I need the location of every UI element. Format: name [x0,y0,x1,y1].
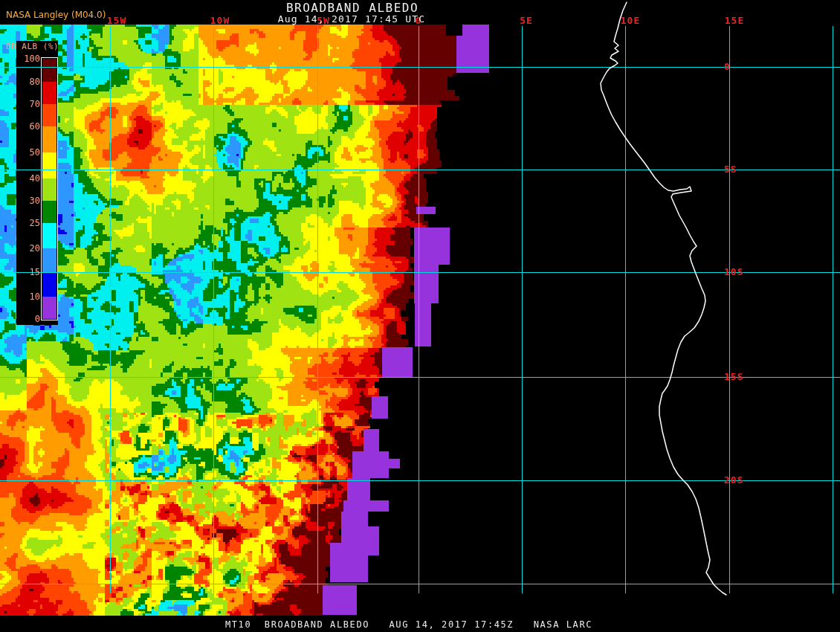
latitude-label: 5S [724,164,737,175]
longitude-label: 10W [210,15,230,26]
legend-tick: 30 [16,196,40,206]
legend-tick: 40 [16,173,40,184]
albedo-field-canvas [0,0,840,632]
longitude-label: 10E [621,15,640,26]
latitude-label: 10S [724,266,743,277]
legend-tick: 15 [16,267,40,277]
legend-title: BB ALB (%) [6,42,59,51]
legend-tick: 50 [16,147,40,158]
legend-tick: 25 [16,218,40,228]
legend-tick: 70 [16,99,40,109]
latitude-label: 20S [724,474,743,486]
legend-tick: 20 [16,243,40,254]
footer-caption: MT10 BROADBAND ALBEDO AUG 14, 2017 17:45… [225,619,592,630]
nasa-langley-credit: NASA Langley (M04.0) [6,10,106,20]
legend-tick: 10 [16,291,40,302]
latitude-label: 15S [724,371,743,382]
longitude-label: 5E [520,15,533,26]
legend-tick: 0 [16,314,40,324]
legend-tick: 80 [16,77,40,87]
legend-tick: 100 [16,54,40,64]
albedo-map-screen: BROADBAND ALBEDO Aug 14, 2017 17:45 UTC … [0,0,840,632]
longitude-label: 15E [725,15,744,26]
page-subtitle: Aug 14, 2017 17:45 UTC [278,13,426,25]
latitude-label: 0 [724,61,731,72]
longitude-label: 15W [107,15,126,26]
legend-tick: 60 [16,121,40,132]
